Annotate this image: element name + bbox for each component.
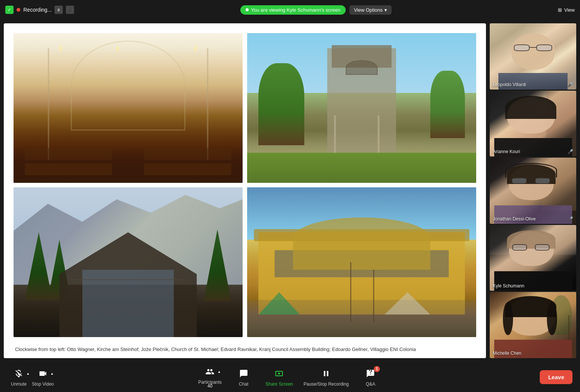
- chat-label: Chat: [239, 381, 248, 387]
- participant-video-arianne: 🎤 Arianne Kouri: [490, 91, 576, 157]
- qa-button[interactable]: 1 Q&A: [359, 368, 382, 387]
- video-icon: [38, 369, 47, 378]
- participant-video-leopoldo: 🎤 Leopoldo Villardi: [490, 23, 576, 90]
- pause-recording-button[interactable]: ⏸: [55, 6, 63, 14]
- participant-video-kyle: Kyle Schumann: [490, 225, 576, 291]
- mountain-chapel-photo: [14, 187, 243, 337]
- participant-name-arianne: Arianne Kouri: [493, 149, 520, 154]
- chat-icon: [239, 369, 248, 378]
- recording-dot: [17, 8, 20, 12]
- bottom-toolbar: ▲ Unmute ▲ Stop Video ▲ Participant: [0, 362, 580, 392]
- shield-icon: ✓: [5, 6, 14, 14]
- recording-label: Recording...: [23, 7, 52, 13]
- unmute-button[interactable]: ▲ Unmute: [8, 368, 30, 387]
- pause-recording-icon: [322, 369, 331, 378]
- main-content: Clockwise from top left: Otto Wagner, Ki…: [0, 20, 580, 362]
- top-bar-right[interactable]: ⊞ View: [558, 7, 575, 13]
- photo-cell-4: [245, 185, 478, 339]
- view-label: View: [564, 7, 575, 13]
- mic-off-icon-jonathan: 🎤: [568, 216, 573, 222]
- mic-off-icon-leopoldo: 🎤: [568, 82, 573, 87]
- participant-name-leopoldo: Leopoldo Villardi: [493, 82, 526, 87]
- video-chevron[interactable]: ▲: [50, 372, 54, 375]
- qa-badge: 1: [374, 366, 380, 372]
- mic-off-icon: [14, 369, 23, 378]
- toolbar-right: Leave: [540, 370, 572, 384]
- photo-caption: Clockwise from top left: Otto Wagner, Ki…: [4, 340, 486, 358]
- unmute-label: Unmute: [11, 381, 27, 387]
- pause-recording-label: Pause/Stop Recording: [304, 381, 349, 387]
- yellow-building-photo: [247, 187, 476, 337]
- grid-icon: ⊞: [558, 7, 562, 13]
- view-options-label: View Options: [354, 7, 383, 13]
- chat-button[interactable]: Chat: [232, 368, 255, 387]
- viewing-banner: You are viewing Kyle Schumann's screen: [240, 5, 346, 15]
- church-interior-photo: [14, 33, 243, 183]
- top-bar-center: You are viewing Kyle Schumann's screen V…: [240, 5, 392, 15]
- participant-video-jonathan: 🎤 Jonathan Dessi-Olive: [490, 158, 576, 224]
- participants-button[interactable]: ▲ Participants 40: [198, 366, 222, 389]
- toolbar-left: ▲ Unmute ▲ Stop Video: [8, 368, 54, 387]
- top-bar: ✓ Recording... ⏸ ⬛ You are viewing Kyle …: [0, 0, 580, 20]
- leave-button[interactable]: Leave: [540, 370, 572, 384]
- stop-recording-button[interactable]: ⬛: [66, 6, 74, 14]
- top-bar-left: ✓ Recording... ⏸ ⬛: [5, 6, 74, 14]
- participants-count: 40: [208, 383, 213, 389]
- participant-name-jonathan: Jonathan Dessi-Olive: [493, 216, 536, 222]
- participant-video-michelle: Michelle Chen: [490, 292, 576, 358]
- photo-grid: [4, 23, 486, 339]
- photo-cell-1: [11, 31, 245, 185]
- mic-off-icon-arianne: 🎤: [568, 149, 573, 154]
- toolbar-center: ▲ Participants 40 Chat Share Screen: [198, 366, 382, 389]
- caption-text: Clockwise from top left: Otto Wagner, Ki…: [15, 346, 416, 352]
- participants-icon: [205, 367, 214, 376]
- viewing-text: You are viewing Kyle Schumann's screen: [251, 7, 340, 13]
- stop-video-button[interactable]: ▲ Stop Video: [32, 368, 54, 387]
- shared-screen: Clockwise from top left: Otto Wagner, Ki…: [4, 23, 486, 358]
- qa-label: Q&A: [366, 381, 375, 387]
- stone-church-photo: [247, 33, 476, 183]
- unmute-chevron[interactable]: ▲: [26, 372, 30, 375]
- participants-chevron[interactable]: ▲: [217, 370, 221, 374]
- participants-sidebar: 🎤 Leopoldo Villardi 🎤 Arianne Kouri: [490, 23, 576, 358]
- share-screen-button[interactable]: Share Screen: [266, 368, 293, 387]
- view-options-button[interactable]: View Options ▾: [349, 5, 392, 15]
- chevron-down-icon: ▾: [384, 7, 387, 13]
- participant-name-michelle: Michelle Chen: [493, 351, 521, 356]
- share-screen-label: Share Screen: [266, 381, 293, 387]
- photo-cell-3: [11, 185, 245, 339]
- stop-video-label: Stop Video: [32, 381, 54, 387]
- green-dot: [246, 8, 249, 11]
- participant-name-kyle: Kyle Schumann: [493, 283, 524, 289]
- pause-stop-recording-button[interactable]: Pause/Stop Recording: [304, 368, 349, 387]
- share-screen-icon: [275, 369, 284, 378]
- photo-cell-2: [245, 31, 478, 185]
- qa-icon: [366, 369, 375, 378]
